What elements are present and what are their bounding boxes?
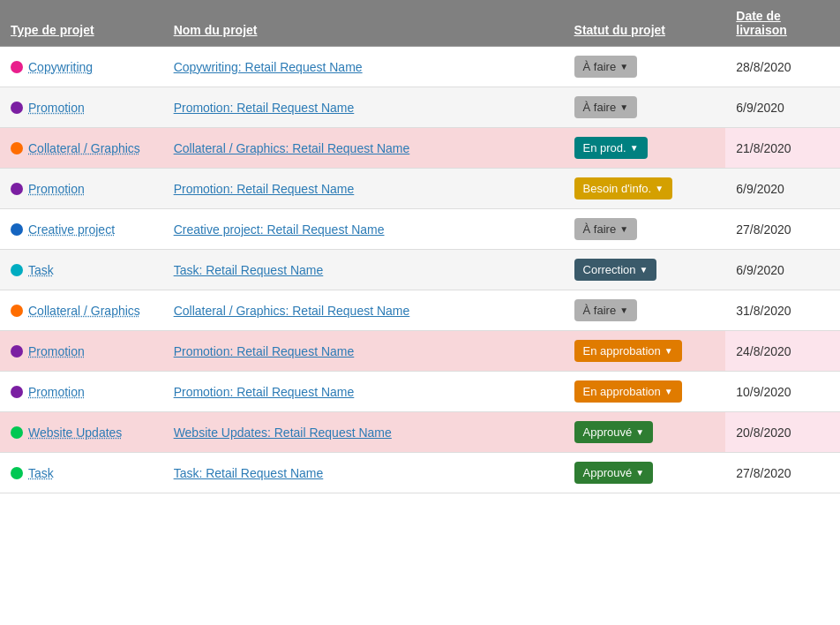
type-cell: Collateral / Graphics xyxy=(0,128,163,169)
project-link[interactable]: Task: Retail Request Name xyxy=(174,263,324,277)
status-cell: Correction ▼ xyxy=(564,250,726,290)
project-name-cell: Promotion: Retail Request Name xyxy=(163,372,564,412)
status-button[interactable]: À faire ▼ xyxy=(574,56,637,78)
status-button[interactable]: À faire ▼ xyxy=(574,299,637,321)
dropdown-arrow-icon: ▼ xyxy=(664,346,673,356)
project-link[interactable]: Promotion: Retail Request Name xyxy=(174,182,355,196)
project-link[interactable]: Collateral / Graphics: Retail Request Na… xyxy=(174,304,410,318)
date-cell: 6/9/2020 xyxy=(725,250,840,290)
status-button[interactable]: Correction ▼ xyxy=(574,259,657,281)
type-link[interactable]: Task xyxy=(28,263,54,277)
date-cell: 20/8/2020 xyxy=(725,412,840,453)
project-name-cell: Collateral / Graphics: Retail Request Na… xyxy=(163,128,564,169)
project-name-cell: Website Updates: Retail Request Name xyxy=(163,412,564,453)
project-link[interactable]: Copywriting: Retail Request Name xyxy=(174,60,363,74)
column-header-date: Date de livraison xyxy=(725,0,840,47)
date-cell: 6/9/2020 xyxy=(725,87,840,128)
date-cell: 10/9/2020 xyxy=(725,372,840,412)
dropdown-arrow-icon: ▼ xyxy=(619,224,628,234)
status-cell: En approbation ▼ xyxy=(564,372,726,412)
type-link[interactable]: Promotion xyxy=(28,101,85,115)
type-link[interactable]: Collateral / Graphics xyxy=(28,141,140,155)
type-cell: Task xyxy=(0,250,163,290)
project-link[interactable]: Creative project: Retail Request Name xyxy=(174,222,385,237)
date-value: 20/8/2020 xyxy=(736,425,791,440)
type-cell: Task xyxy=(0,453,163,493)
type-cell: Creative project xyxy=(0,209,163,250)
type-link[interactable]: Collateral / Graphics xyxy=(28,304,140,318)
type-link[interactable]: Copywriting xyxy=(28,60,93,74)
dropdown-arrow-icon: ▼ xyxy=(630,143,639,153)
project-link[interactable]: Task: Retail Request Name xyxy=(174,466,324,480)
status-cell: Besoin d'info. ▼ xyxy=(564,169,726,209)
project-name-cell: Collateral / Graphics: Retail Request Na… xyxy=(163,290,564,331)
column-header-name: Nom du projet xyxy=(163,0,564,47)
type-cell: Promotion xyxy=(0,87,163,128)
project-name-cell: Promotion: Retail Request Name xyxy=(163,87,564,128)
column-header-status: Statut du projet xyxy=(564,0,726,47)
type-dot xyxy=(11,467,23,479)
date-cell: 31/8/2020 xyxy=(725,290,840,331)
date-value: 21/8/2020 xyxy=(736,141,791,155)
status-button[interactable]: En approbation ▼ xyxy=(574,380,682,403)
date-cell: 21/8/2020 xyxy=(725,128,840,169)
project-link[interactable]: Promotion: Retail Request Name xyxy=(174,101,355,115)
type-dot xyxy=(11,142,23,154)
status-button[interactable]: Besoin d'info. ▼ xyxy=(574,177,673,200)
type-dot xyxy=(11,426,23,439)
status-button[interactable]: À faire ▼ xyxy=(574,96,637,118)
date-value: 6/9/2020 xyxy=(736,182,784,196)
dropdown-arrow-icon: ▼ xyxy=(619,62,628,72)
dropdown-arrow-icon: ▼ xyxy=(635,427,644,437)
type-link[interactable]: Promotion xyxy=(28,344,85,358)
status-cell: À faire ▼ xyxy=(564,47,726,87)
project-name-cell: Creative project: Retail Request Name xyxy=(163,209,564,250)
project-name-cell: Promotion: Retail Request Name xyxy=(163,331,564,372)
status-button[interactable]: Approuvé ▼ xyxy=(574,462,654,484)
type-cell: Promotion xyxy=(0,372,163,412)
project-link[interactable]: Collateral / Graphics: Retail Request Na… xyxy=(174,141,410,155)
type-dot xyxy=(11,345,23,358)
dropdown-arrow-icon: ▼ xyxy=(635,468,644,478)
project-name-cell: Task: Retail Request Name xyxy=(163,453,564,493)
project-link[interactable]: Promotion: Retail Request Name xyxy=(174,344,355,358)
status-cell: En approbation ▼ xyxy=(564,331,726,372)
dropdown-arrow-icon: ▼ xyxy=(619,305,628,315)
dropdown-arrow-icon: ▼ xyxy=(640,265,649,275)
date-value: 6/9/2020 xyxy=(736,263,784,277)
type-link[interactable]: Promotion xyxy=(28,182,85,196)
type-dot xyxy=(11,223,23,236)
date-value: 27/8/2020 xyxy=(736,222,791,237)
type-dot xyxy=(11,305,23,317)
date-cell: 27/8/2020 xyxy=(725,453,840,493)
type-link[interactable]: Task xyxy=(28,466,54,480)
type-dot xyxy=(11,264,23,276)
project-name-cell: Promotion: Retail Request Name xyxy=(163,169,564,209)
date-value: 31/8/2020 xyxy=(736,304,791,318)
dropdown-arrow-icon: ▼ xyxy=(664,387,673,396)
date-value: 6/9/2020 xyxy=(736,101,784,115)
date-cell: 24/8/2020 xyxy=(725,331,840,372)
type-cell: Copywriting xyxy=(0,47,163,87)
status-button[interactable]: En approbation ▼ xyxy=(574,340,682,362)
status-button[interactable]: Approuvé ▼ xyxy=(574,421,654,443)
column-header-type: Type de projet xyxy=(0,0,163,47)
type-dot xyxy=(11,102,23,114)
type-cell: Website Updates xyxy=(0,412,163,453)
project-link[interactable]: Promotion: Retail Request Name xyxy=(174,385,355,399)
status-cell: À faire ▼ xyxy=(564,290,726,331)
type-link[interactable]: Creative project xyxy=(28,222,115,237)
status-button[interactable]: En prod. ▼ xyxy=(574,137,648,159)
date-cell: 27/8/2020 xyxy=(725,209,840,250)
status-cell: À faire ▼ xyxy=(564,87,726,128)
date-value: 10/9/2020 xyxy=(736,385,791,399)
status-cell: Approuvé ▼ xyxy=(564,453,726,493)
type-dot xyxy=(11,61,23,73)
date-value: 24/8/2020 xyxy=(736,344,791,358)
type-link[interactable]: Website Updates xyxy=(28,425,122,440)
date-value: 28/8/2020 xyxy=(736,60,791,74)
status-button[interactable]: À faire ▼ xyxy=(574,218,637,240)
type-cell: Promotion xyxy=(0,169,163,209)
project-link[interactable]: Website Updates: Retail Request Name xyxy=(174,425,392,440)
type-link[interactable]: Promotion xyxy=(28,385,85,399)
